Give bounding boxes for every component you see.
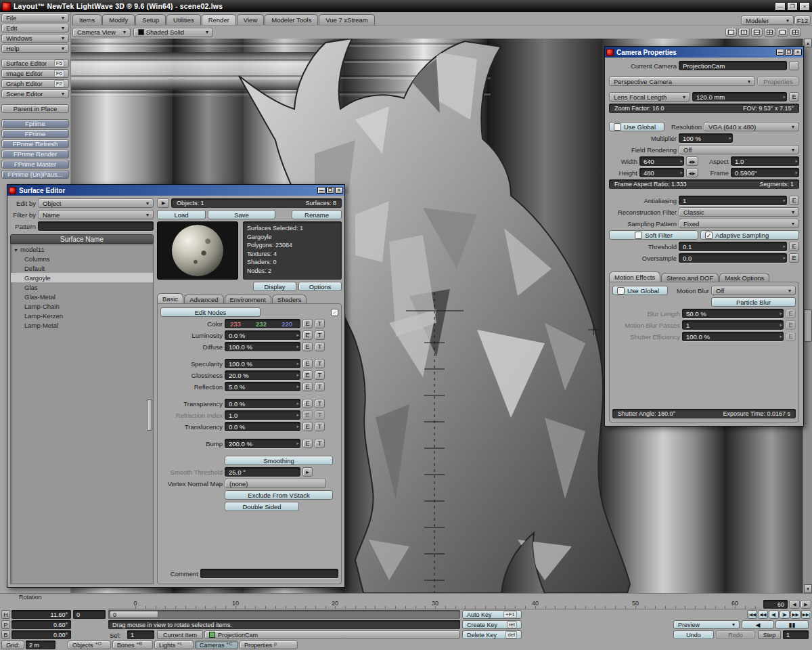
envelope-button[interactable]: E: [789, 242, 799, 251]
tab-advanced[interactable]: Advanced: [184, 295, 223, 303]
multiplier-input[interactable]: 100 %: [679, 133, 733, 143]
comment-input[interactable]: [200, 569, 338, 578]
menu-tab-modeler-tools[interactable]: Modeler Tools: [265, 14, 318, 25]
delete-key-button[interactable]: Delete Keydel: [462, 630, 522, 639]
next-key-button[interactable]: ▶▶: [790, 610, 800, 619]
surface-preview[interactable]: [157, 221, 238, 280]
previous-key-button[interactable]: ◀◀: [758, 610, 768, 619]
selection-count-field[interactable]: 1: [127, 630, 154, 639]
envelope-button[interactable]: E: [302, 342, 313, 351]
texture-button[interactable]: T: [315, 422, 325, 431]
smoothing-button[interactable]: Smoothing: [225, 456, 333, 465]
fprime-master-button[interactable]: FPrime Master: [1, 160, 69, 169]
camera-properties-titlebar[interactable]: Camera Properties — ❐ ×: [605, 47, 803, 58]
preview-step-back-button[interactable]: ◀: [742, 620, 774, 629]
texture-button[interactable]: T: [315, 439, 325, 448]
fprime-render-button[interactable]: FPrime Render: [1, 150, 69, 158]
go-to-end-button[interactable]: ▶▶|: [801, 610, 811, 619]
shading-mode-dropdown[interactable]: Shaded Solid: [133, 28, 213, 37]
minimize-button[interactable]: —: [317, 187, 325, 194]
scroll-down-icon[interactable]: ▼: [804, 584, 812, 593]
image-editor-button[interactable]: Image EditorF6: [1, 69, 69, 78]
envelope-button[interactable]: E: [302, 370, 313, 380]
close-button[interactable]: ×: [799, 2, 810, 11]
width-input[interactable]: 640: [639, 156, 684, 166]
select-cameras-button[interactable]: Cameras+C: [195, 641, 238, 649]
tab-mask-options[interactable]: Mask Options: [719, 273, 769, 282]
bump-input[interactable]: 200.0 %: [225, 439, 300, 448]
oversample-input[interactable]: 0.0: [679, 253, 787, 263]
edit-menu[interactable]: Edit: [1, 24, 69, 32]
tree-expand-icon[interactable]: [14, 246, 18, 253]
edit-by-dropdown[interactable]: Object: [38, 198, 154, 208]
heading-value-field[interactable]: 11.60°: [12, 610, 71, 619]
previous-frame-button[interactable]: ◀|: [769, 610, 779, 619]
maximize-button[interactable]: ❐: [326, 187, 334, 194]
tab-environment[interactable]: Environment: [225, 295, 271, 303]
envelope-button[interactable]: E: [302, 359, 313, 368]
menu-tab-vue7-xstream[interactable]: Vue 7 xStream: [319, 14, 374, 25]
menu-tab-setup[interactable]: Setup: [135, 14, 166, 25]
go-to-start-button[interactable]: |◀◀: [747, 610, 757, 619]
menu-tab-items[interactable]: Items: [72, 14, 102, 25]
envelope-button[interactable]: E: [302, 382, 313, 391]
reconstruction-filter-dropdown[interactable]: Classic: [679, 207, 799, 217]
shutter-efficiency-input[interactable]: 100.0 %: [682, 332, 784, 341]
current-camera-input[interactable]: ProjectionCam: [679, 61, 787, 70]
use-global-checkbox[interactable]: [617, 287, 625, 295]
select-lights-button[interactable]: Lights+L: [154, 641, 194, 649]
tab-basic[interactable]: Basic: [157, 293, 183, 303]
surface-editor-titlebar[interactable]: Surface Editor — ❐ ×: [7, 185, 344, 196]
aspect-input[interactable]: 1.0: [731, 156, 799, 166]
pane-layout-single-icon[interactable]: [725, 28, 737, 37]
pitch-value-field[interactable]: 0.60°: [12, 620, 71, 629]
blur-length-input[interactable]: 50.0 %: [682, 309, 784, 318]
edit-nodes-button[interactable]: Edit Nodes: [160, 307, 261, 317]
minimize-button[interactable]: —: [776, 49, 784, 56]
pane-layout-vertical-icon[interactable]: [738, 28, 750, 37]
particle-blur-button[interactable]: Particle Blur: [711, 297, 796, 307]
maximize-button[interactable]: ❐: [785, 49, 793, 56]
close-button[interactable]: ×: [335, 187, 343, 194]
list-scrollbar-thumb[interactable]: [147, 399, 152, 431]
adaptive-sampling-checkbox[interactable]: [705, 232, 713, 239]
surface-list[interactable]: model11 Columns Default Gargoyle Glas Gl…: [10, 244, 154, 584]
select-bones-button[interactable]: Bones+B: [112, 641, 153, 649]
translucency-input[interactable]: 0.0 %: [225, 422, 300, 431]
scroll-up-icon[interactable]: ▲: [804, 39, 812, 47]
height-spinner[interactable]: ◀▶: [686, 168, 698, 177]
help-menu[interactable]: Help: [1, 44, 69, 53]
bank-value-field[interactable]: 0.00°: [12, 630, 71, 639]
edit-nodes-checkbox[interactable]: [331, 309, 338, 316]
refraction-index-input[interactable]: 1.0: [225, 410, 300, 420]
specularity-input[interactable]: 100.0 %: [225, 359, 300, 368]
envelope-button[interactable]: E: [302, 439, 313, 448]
texture-button[interactable]: T: [315, 330, 325, 340]
field-rendering-dropdown[interactable]: Off: [679, 145, 799, 154]
viewport-expand-icon[interactable]: [790, 28, 801, 37]
surface-list-item-selected[interactable]: Gargoyle: [11, 273, 153, 282]
height-input[interactable]: 480: [639, 168, 684, 177]
smooth-threshold-input[interactable]: 25.0 °: [225, 467, 300, 477]
end-frame-field[interactable]: 60: [763, 600, 788, 609]
modeler-f12-key[interactable]: F12: [794, 16, 811, 25]
lens-focal-length-dropdown[interactable]: Lens Focal Length: [609, 92, 690, 102]
windows-menu[interactable]: Windows: [1, 34, 69, 43]
tab-motion-effects[interactable]: Motion Effects: [609, 272, 660, 282]
current-frame-field[interactable]: 0: [73, 610, 106, 619]
scene-editor-button[interactable]: Scene Editor: [1, 89, 69, 98]
viewport-scrollbar[interactable]: ▲ ▼: [803, 39, 812, 593]
use-global-button[interactable]: Use Global: [609, 122, 664, 131]
exclude-from-vstack-button[interactable]: Exclude From VStack: [225, 490, 333, 500]
double-sided-button[interactable]: Double Sided: [225, 502, 299, 511]
display-button[interactable]: Display: [253, 282, 296, 291]
menu-tab-render[interactable]: Render: [202, 14, 236, 25]
view-mode-dropdown[interactable]: Camera View: [72, 28, 131, 37]
viewport-maximize-icon[interactable]: [777, 28, 788, 37]
spinner-icon[interactable]: ▸: [302, 467, 313, 477]
glossiness-input[interactable]: 20.0 %: [225, 370, 300, 380]
camera-type-dropdown[interactable]: Perspective Camera: [609, 77, 755, 86]
surface-list-item[interactable]: Lamp-Kerzen: [11, 311, 153, 320]
surface-list-item[interactable]: Glas: [11, 282, 153, 292]
soft-filter-button[interactable]: Soft Filter: [609, 230, 698, 240]
